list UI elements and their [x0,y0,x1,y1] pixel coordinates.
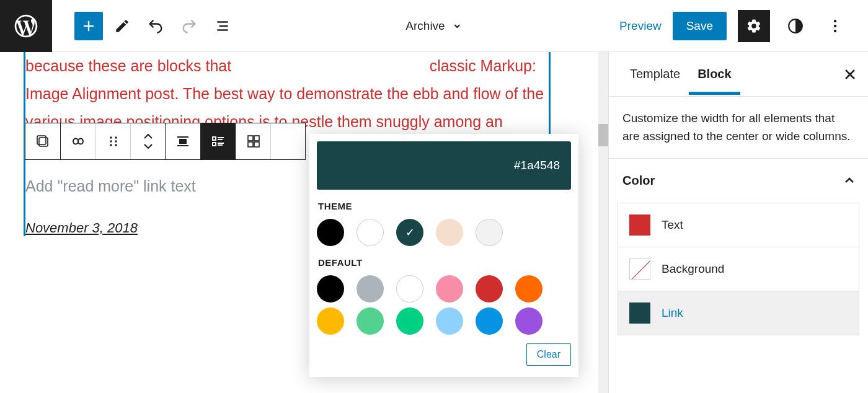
hex-value-label: #1a4548 [514,159,560,172]
kebab-icon [833,19,837,33]
svg-point-15 [110,144,112,146]
preview-button[interactable]: Preview [619,19,662,33]
contrast-icon [787,18,804,34]
tab-block[interactable]: Block [689,53,740,95]
chevron-down-icon [453,21,463,31]
color-swatch[interactable] [396,307,423,335]
drag-handle-button[interactable] [95,123,130,159]
grid-icon [247,135,260,148]
color-section-header[interactable]: Color [609,159,868,203]
link-color-label: Link [662,306,683,320]
svg-rect-27 [254,136,259,141]
color-swatch[interactable] [356,275,384,302]
svg-rect-29 [254,142,259,147]
text-color-label: Text [662,218,683,232]
wordpress-logo[interactable] [0,0,52,52]
scrollbar-track[interactable] [598,52,608,393]
clear-color-button[interactable]: Clear [526,343,571,366]
color-swatch[interactable] [515,307,542,335]
document-overview-button[interactable] [208,12,237,40]
color-swatch[interactable] [396,219,423,246]
background-color-label: Background [662,262,724,276]
chevron-down-icon [144,144,153,149]
settings-sidebar: Template Block Customize the width for a… [608,52,868,393]
theme-colors-label: THEME [318,201,571,211]
redo-button[interactable] [175,12,203,40]
hex-preview[interactable]: #1a4548 [317,141,571,190]
color-row-link[interactable]: Link [618,291,859,335]
undo-button[interactable] [141,12,170,40]
color-swatch[interactable] [436,219,463,246]
svg-point-14 [115,140,117,143]
svg-point-12 [115,136,117,139]
chevron-up-icon [844,177,854,183]
align-center-icon [176,135,190,148]
color-row-background[interactable]: Background [618,247,859,291]
color-swatch[interactable] [476,307,503,335]
scrollbar-thumb[interactable] [598,124,608,146]
tab-template[interactable]: Template [621,53,689,95]
more-columns-button[interactable] [270,123,305,159]
align-button[interactable] [166,123,200,159]
color-picker-popover: #1a4548 THEME DEFAULT Clear [309,134,578,377]
drag-icon [108,136,119,147]
list-icon [211,135,225,148]
grid-view-button[interactable] [236,123,270,159]
color-section-label: Color [622,174,655,188]
svg-point-13 [110,140,112,143]
background-color-chip [629,258,650,280]
link-color-chip [629,302,650,324]
edit-mode-button[interactable] [108,12,136,40]
document-title-label: Archive [405,19,445,33]
svg-rect-28 [248,142,253,147]
toolbar-right: Preview Save [619,10,868,42]
default-swatches-row1 [317,275,571,302]
color-rows: Text Background Link [609,203,868,344]
color-swatch[interactable] [356,307,384,335]
color-swatch[interactable] [317,275,344,302]
color-swatch[interactable] [396,275,423,302]
svg-point-6 [834,19,836,22]
styles-button[interactable] [781,12,810,40]
svg-point-7 [834,24,836,27]
document-title[interactable]: Archive [405,19,462,33]
color-swatch[interactable] [317,307,344,335]
settings-button[interactable] [738,10,770,42]
move-handle-button[interactable] [130,123,165,159]
color-section: Color Text Background Link [609,158,868,344]
close-icon [844,69,856,80]
block-loop-button[interactable] [61,123,95,159]
svg-rect-19 [180,139,186,143]
chevron-up-icon [144,134,153,139]
block-description: Customize the width for all elements tha… [609,97,868,158]
top-toolbar: Archive Preview Save [0,0,868,52]
svg-rect-20 [213,137,216,140]
more-options-button[interactable] [821,12,849,40]
svg-rect-9 [39,138,48,146]
text-color-chip [629,214,650,236]
editor-canvas[interactable]: because these are blocks that classic Ma… [0,52,608,393]
color-swatch[interactable] [436,307,463,335]
color-swatch[interactable] [436,275,463,302]
svg-rect-10 [37,136,46,144]
list-view-button[interactable] [201,123,236,159]
color-swatch[interactable] [356,219,384,246]
close-sidebar-button[interactable] [844,69,856,80]
color-swatch[interactable] [317,219,344,246]
color-row-text[interactable]: Text [618,203,859,247]
color-swatch[interactable] [515,275,542,302]
block-type-button[interactable] [25,123,60,159]
svg-point-11 [110,136,112,139]
default-swatches-row2 [317,307,571,335]
block-toolbar [25,123,306,160]
color-swatch[interactable] [476,275,503,302]
editor-tools [74,12,237,40]
default-colors-label: DEFAULT [318,257,571,268]
gear-icon [746,18,762,34]
svg-rect-23 [213,143,216,146]
theme-swatches [317,219,571,246]
color-swatch[interactable] [476,219,503,246]
svg-point-16 [115,144,117,146]
save-button[interactable]: Save [673,12,727,40]
add-block-button[interactable] [74,12,103,40]
